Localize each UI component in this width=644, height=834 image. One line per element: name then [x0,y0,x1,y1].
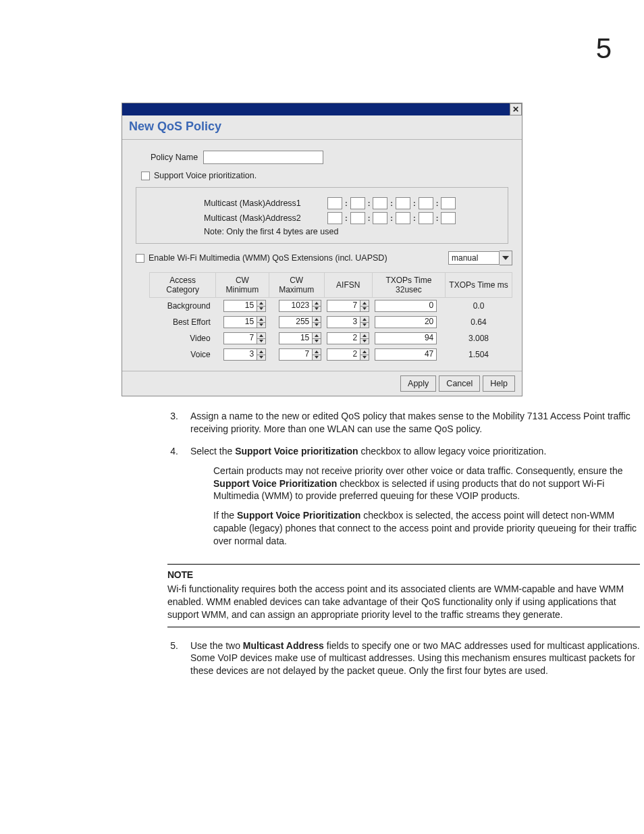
support-voice-checkbox[interactable] [141,172,150,180]
spinner-input[interactable]: 2 [327,332,360,344]
cancel-button[interactable]: Cancel [439,375,480,392]
spinner-down-icon[interactable] [257,355,266,361]
multicast2-byte[interactable] [327,212,342,224]
apply-button[interactable]: Apply [400,375,436,392]
multicast1-label: Multicast (Mask)Address1 [204,199,322,208]
spinner-input[interactable]: 7 [279,348,313,361]
spinner-down-icon[interactable] [360,338,369,345]
wmm-table: Access Category CW Minimum CW Maximum AI… [149,272,512,363]
multicast1-byte[interactable] [441,197,456,209]
multicast2-byte[interactable] [350,212,365,224]
spinner-down-icon[interactable] [257,306,266,313]
spinner-up-icon[interactable] [360,300,369,306]
spinner-up-icon[interactable] [257,300,266,306]
step-text: Use the two Multicast Address fields to … [190,640,640,678]
step-number: 5. [167,640,178,678]
table-row: Video7152943.008 [150,330,512,346]
text: Select the [190,446,235,457]
step-text: Assign a name to the new or edited QoS p… [190,410,640,436]
colon-icon: : [345,214,348,222]
spinner-up-icon[interactable] [313,316,321,322]
multicast1-byte[interactable] [350,197,365,209]
multicast2-byte[interactable] [441,212,456,224]
multicast1-byte[interactable] [373,197,387,209]
spinner-input[interactable]: 3 [327,316,360,328]
spinner-up-icon[interactable] [360,316,369,322]
support-voice-label: Support Voice prioritization. [154,171,257,180]
close-icon[interactable]: ✕ [510,103,522,115]
spinner: 255 [271,316,321,328]
help-button[interactable]: Help [483,375,515,392]
txops32-input[interactable]: 0 [375,300,437,312]
th-access: Access Category [150,273,216,298]
wmm-checkbox[interactable] [136,254,144,263]
step-number: 3. [167,410,178,436]
spinner-up-icon[interactable] [313,348,321,355]
spinner-up-icon[interactable] [257,348,266,355]
txopsms-value: 3.008 [446,330,512,346]
txops32-input[interactable]: 94 [375,332,437,344]
step-5: 5. Use the two Multicast Address fields … [167,640,640,678]
spinner-up-icon[interactable] [360,348,369,355]
step-text: Select the Support Voice prioritization … [190,445,640,554]
spinner-up-icon[interactable] [313,300,321,306]
spinner-input[interactable]: 7 [327,300,360,312]
colon-icon: : [390,214,393,222]
multicast2-label: Multicast (Mask)Address2 [204,213,322,223]
spinner-down-icon[interactable] [313,306,321,313]
spinner-down-icon[interactable] [257,322,266,329]
spinner-input[interactable]: 7 [223,332,257,344]
multicast1-fields: : : : : : [327,197,456,209]
colon-icon: : [413,199,416,207]
spinner: 15 [219,316,266,328]
spinner-input[interactable]: 15 [223,300,257,312]
multicast1-byte[interactable] [327,197,342,209]
text-bold: Support Voice Prioritization [213,478,337,489]
spinner-input[interactable]: 2 [327,348,360,361]
policy-name-input[interactable] [203,151,323,164]
multicast1-byte[interactable] [419,197,433,209]
multicast2-byte[interactable] [396,212,410,224]
chevron-down-icon[interactable] [500,251,512,265]
txops32-input[interactable]: 20 [375,316,437,328]
th-cwmax: CW Maximum [269,273,324,298]
spinner-input[interactable]: 15 [279,332,313,344]
paragraph: Certain products may not receive priorit… [213,465,640,503]
table-row: Voice372471.504 [150,346,512,363]
colon-icon: : [345,199,348,207]
row-label: Video [150,330,216,346]
spinner-input[interactable]: 255 [279,316,313,328]
spinner-input[interactable]: 3 [223,348,257,361]
spinner-up-icon[interactable] [313,332,321,338]
spinner-up-icon[interactable] [257,332,266,338]
multicast2-byte[interactable] [373,212,387,224]
step-4: 4. Select the Support Voice prioritizati… [167,445,640,554]
spinner-input[interactable]: 15 [223,316,257,328]
spinner-down-icon[interactable] [360,355,369,361]
spinner-down-icon[interactable] [360,322,369,329]
spinner: 3 [219,348,266,361]
note-block: NOTE Wi-fi functionality requires both t… [167,564,640,627]
spinner: 15 [219,300,266,312]
spinner-down-icon[interactable] [313,338,321,345]
multicast1-byte[interactable] [396,197,410,209]
txopsms-value: 1.504 [446,346,512,363]
spinner-up-icon[interactable] [257,316,266,322]
wmm-mode-select[interactable]: manual [448,251,500,265]
spinner-down-icon[interactable] [257,338,266,345]
spinner: 15 [271,332,321,344]
colon-icon: : [436,199,439,207]
spinner-up-icon[interactable] [360,332,369,338]
multicast-group: Multicast (Mask)Address1 : : : : : Multi… [136,187,508,244]
spinner: 7 [327,300,369,312]
table-row: Best Effort152553200.64 [150,314,512,330]
multicast2-byte[interactable] [419,212,433,224]
txops32-input[interactable]: 47 [375,348,437,361]
th-txops32: TXOPs Time 32usec [372,273,445,298]
spinner-down-icon[interactable] [313,322,321,329]
spinner-down-icon[interactable] [313,355,321,361]
spinner-input[interactable]: 1023 [279,300,313,312]
table-row: Background151023700.0 [150,298,512,315]
paragraph: If the Support Voice Prioritization chec… [213,509,640,548]
spinner-down-icon[interactable] [360,306,369,313]
